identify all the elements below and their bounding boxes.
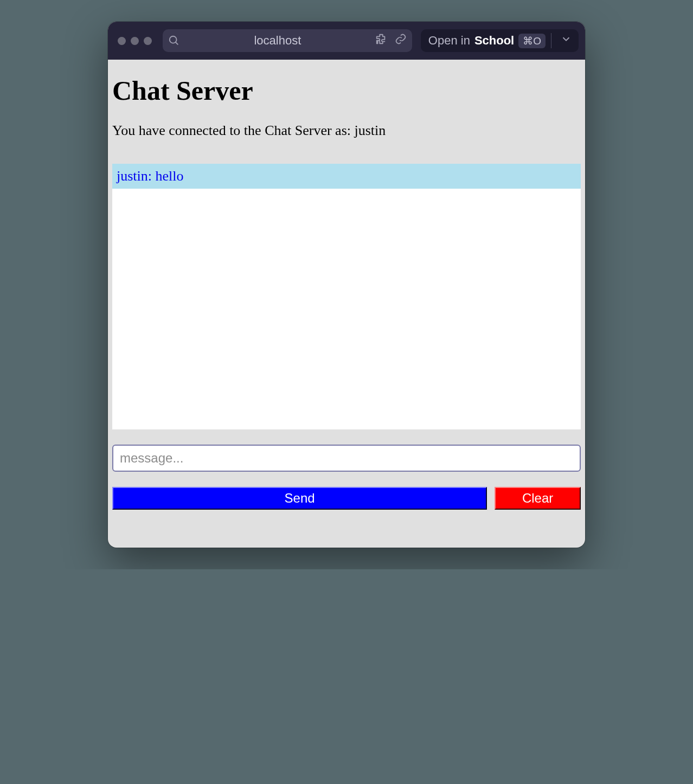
clear-button[interactable]: Clear [495, 487, 581, 510]
button-row: Send Clear [112, 487, 581, 510]
message-input[interactable] [112, 445, 581, 472]
browser-titlebar: localhost Open in School ⌘O [108, 22, 585, 60]
chat-message: justin: hello [112, 164, 581, 189]
browser-window: localhost Open in School ⌘O Chat Server … [108, 22, 585, 548]
search-icon [168, 35, 180, 47]
chat-log: justin: hello [112, 164, 581, 429]
svg-point-0 [170, 36, 177, 43]
close-window-button[interactable] [118, 37, 126, 45]
chevron-down-icon[interactable] [557, 33, 575, 48]
separator [551, 33, 551, 48]
open-in-target: School [474, 34, 514, 48]
page-title: Chat Server [112, 75, 581, 106]
minimize-window-button[interactable] [131, 37, 139, 45]
connection-status: You have connected to the Chat Server as… [112, 123, 581, 139]
page-content: Chat Server You have connected to the Ch… [108, 60, 585, 548]
link-icon[interactable] [395, 33, 407, 48]
traffic-lights [114, 37, 158, 45]
open-in-profile-button[interactable]: Open in School ⌘O [421, 29, 579, 52]
address-bar[interactable]: localhost [163, 29, 412, 52]
status-prefix: You have connected to the Chat Server as… [112, 123, 354, 138]
svg-line-1 [176, 42, 178, 45]
send-button[interactable]: Send [112, 487, 487, 510]
open-in-prefix: Open in [428, 34, 470, 48]
url-text: localhost [185, 34, 370, 48]
extensions-icon[interactable] [375, 33, 387, 48]
maximize-window-button[interactable] [144, 37, 152, 45]
keyboard-shortcut: ⌘O [518, 34, 546, 48]
connected-username: justin [354, 123, 386, 138]
